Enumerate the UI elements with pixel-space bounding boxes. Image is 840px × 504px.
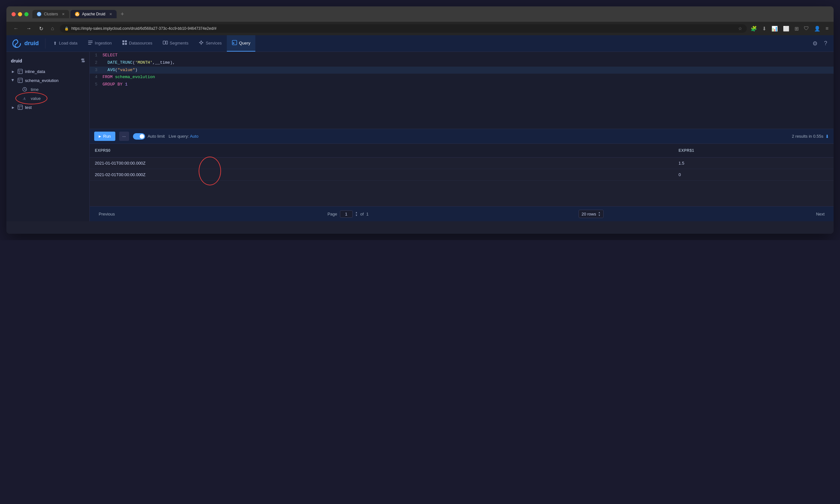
table-icon-schema-evolution <box>17 77 23 83</box>
back-button[interactable]: ← <box>12 25 20 32</box>
clusters-tab-icon <box>37 12 41 16</box>
total-pages: 1 <box>366 212 368 216</box>
auto-limit-toggle-container: Auto limit <box>133 133 165 140</box>
forward-button[interactable]: → <box>24 25 33 32</box>
sidebar-sort-icon[interactable]: ⇅ <box>81 58 85 64</box>
svg-point-16 <box>203 42 204 43</box>
browser-toolbar: 🧩 ⬇ 📊 ⬜ ⊞ 🛡 👤 ≡ <box>751 25 828 32</box>
nav-query-label: Query <box>239 41 250 46</box>
menu-icon[interactable]: ≡ <box>826 25 828 32</box>
main-content: druid ⇅ ▶ inline_data ▶ <box>6 52 834 221</box>
tree-arrow-test[interactable]: ▶ <box>11 105 15 109</box>
tree-arrow-inline-data[interactable]: ▶ <box>11 69 15 74</box>
code-line-5: 5 GROUP BY 1 <box>90 81 834 88</box>
svg-point-14 <box>201 44 202 45</box>
auto-limit-label: Auto limit <box>148 134 165 139</box>
code-content-3: AVG("value") <box>103 67 834 74</box>
settings-button[interactable]: ⚙ <box>811 39 819 48</box>
svg-rect-8 <box>122 43 124 45</box>
code-content-2: DATE_TRUNC('MONTH',__time), <box>103 59 834 66</box>
cell-expr1-row0-val: 1.5 <box>679 161 684 165</box>
run-button[interactable]: ▶ Run <box>94 131 115 141</box>
nav-load-data[interactable]: ⬆ Load data <box>48 35 83 52</box>
code-editor[interactable]: 1 SELECT 2 DATE_TRUNC('MONTH',__time), 3 <box>90 52 834 129</box>
col-header-expr0: EXPR$0 <box>90 146 673 155</box>
rows-down-icon: ▼ <box>598 214 601 217</box>
nav-load-data-label: Load data <box>59 41 77 46</box>
url-bar[interactable]: 🔒 https://imply-sales.implycloud.com/dru… <box>60 24 747 33</box>
svg-text:▶: ▶ <box>233 41 235 44</box>
next-button[interactable]: Next <box>813 210 827 218</box>
tree-label-time: time <box>30 87 85 92</box>
grid-icon[interactable]: ⊞ <box>794 25 799 32</box>
tab-clusters-label: Clusters <box>44 12 58 16</box>
page-stepper[interactable]: ▲ ▼ <box>355 211 358 217</box>
tab-apache-druid[interactable]: Apache Druid ✕ <box>70 10 117 18</box>
code-line-2: 2 DATE_TRUNC('MONTH',__time), <box>90 59 834 67</box>
svg-rect-22 <box>18 78 22 83</box>
nav-query[interactable]: ▶ Query <box>227 35 255 52</box>
svg-rect-11 <box>166 41 168 44</box>
stats-icon[interactable]: 📊 <box>771 25 778 32</box>
tree-item-time[interactable]: ▶ time <box>6 85 89 94</box>
refresh-button[interactable]: ↻ <box>37 25 45 32</box>
nav-segments[interactable]: Segments <box>158 35 194 52</box>
profile-icon[interactable]: 👤 <box>814 25 820 32</box>
security-icon: 🔒 <box>65 26 69 31</box>
tree-item-test[interactable]: ▶ test <box>6 103 89 112</box>
page-label: Page <box>328 212 337 216</box>
load-data-icon: ⬆ <box>53 41 57 46</box>
url-text: https://imply-sales.implycloud.com/druid… <box>71 26 736 31</box>
help-button[interactable]: ? <box>823 39 828 48</box>
close-window-button[interactable] <box>12 12 16 16</box>
page-input[interactable] <box>340 210 353 218</box>
results-count: 2 results in 0.55s <box>792 134 823 139</box>
download-results-icon[interactable]: ⬇ <box>825 134 829 139</box>
code-line-1: 1 SELECT <box>90 52 834 59</box>
time-icon <box>22 87 28 92</box>
bookmark-icon[interactable]: ☆ <box>738 26 742 31</box>
tab-clusters-close[interactable]: ✕ <box>62 12 65 16</box>
shield-icon[interactable]: 🛡 <box>804 25 809 32</box>
svg-rect-29 <box>18 105 22 109</box>
tab-clusters[interactable]: Clusters ✕ <box>32 10 69 18</box>
home-button[interactable]: ⌂ <box>49 25 56 32</box>
nav-services[interactable]: Services <box>193 35 227 52</box>
nav-ingestion[interactable]: Ingestion <box>83 35 117 52</box>
nav-right: ⚙ ? <box>811 39 828 48</box>
tree-item-inline-data[interactable]: ▶ inline_data <box>6 67 89 76</box>
datasources-icon <box>122 40 127 46</box>
table-header: EXPR$0 EXPR$1 <box>90 144 834 158</box>
extensions-icon[interactable]: 🧩 <box>751 25 757 32</box>
previous-button[interactable]: Previous <box>96 210 118 218</box>
minimize-window-button[interactable] <box>18 12 22 16</box>
rows-per-page-select[interactable]: 20 rows ▲ ▼ <box>579 210 603 218</box>
tab-apache-druid-close[interactable]: ✕ <box>109 12 112 16</box>
address-bar: ← → ↻ ⌂ 🔒 https://imply-sales.implycloud… <box>6 22 834 35</box>
query-area: 1 SELECT 2 DATE_TRUNC('MONTH',__time), 3 <box>90 52 834 221</box>
sidebar-header: druid ⇅ <box>6 56 89 67</box>
svg-point-12 <box>200 42 202 43</box>
page-down-icon[interactable]: ▼ <box>355 214 358 217</box>
pagination: Previous Page ▲ ▼ of 1 20 <box>90 206 834 221</box>
tree-arrow-schema-evolution[interactable]: ▶ <box>11 78 15 83</box>
window-controls <box>12 12 29 16</box>
results-wrapper: EXPR$0 EXPR$1 2021-01-01T00:00:00.000Z 1… <box>90 144 834 206</box>
tree-item-value[interactable]: ▶ A value <box>6 94 89 103</box>
new-tab-button[interactable]: + <box>118 10 127 19</box>
svg-point-1 <box>39 14 40 15</box>
auto-limit-toggle[interactable] <box>133 133 145 140</box>
svg-rect-5 <box>88 44 91 44</box>
tree-item-schema-evolution[interactable]: ▶ schema_evolution <box>6 76 89 85</box>
maximize-window-button[interactable] <box>24 12 29 16</box>
download-icon[interactable]: ⬇ <box>762 25 766 32</box>
nav-datasources[interactable]: Datasources <box>117 35 158 52</box>
svg-point-15 <box>199 42 200 43</box>
query-toolbar: ▶ Run ··· Auto limit Live query: Auto 2 … <box>90 129 834 144</box>
layout-icon[interactable]: ⬜ <box>783 25 789 32</box>
page-up-icon[interactable]: ▲ <box>355 211 358 214</box>
app-nav: druid ⬆ Load data Ingestion Da <box>6 35 834 52</box>
svg-rect-10 <box>163 41 165 44</box>
druid-logo-icon <box>12 38 22 49</box>
more-button[interactable]: ··· <box>119 131 129 141</box>
